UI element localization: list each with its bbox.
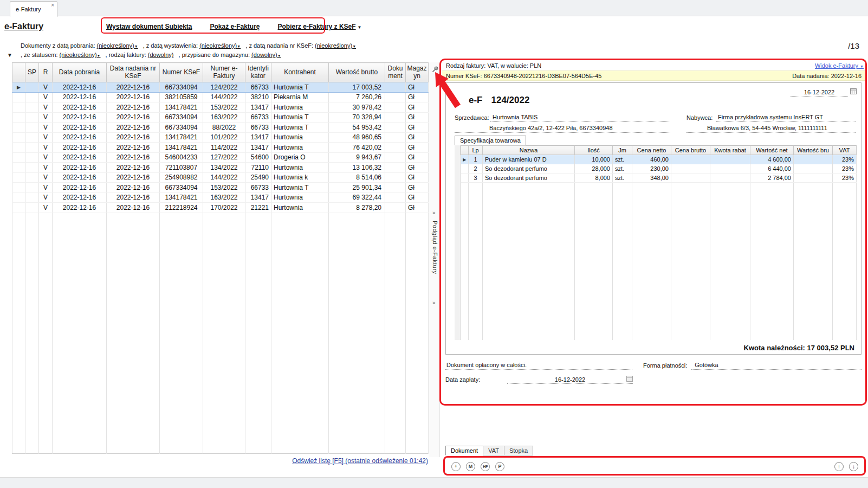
column-nazwa[interactable]: Nazwa bbox=[483, 146, 575, 155]
table-cell[interactable]: 2022-12-16 bbox=[107, 163, 160, 173]
table-cell[interactable]: 134178421 bbox=[160, 132, 203, 143]
column-sp[interactable]: SP bbox=[25, 63, 39, 82]
table-cell[interactable]: V bbox=[39, 102, 53, 113]
column-cena-netto[interactable]: Cena netto bbox=[632, 146, 671, 155]
chevron-down-icon[interactable]: ▼ bbox=[352, 44, 356, 48]
table-cell[interactable]: 382105859 bbox=[160, 92, 203, 102]
table-cell[interactable] bbox=[12, 203, 25, 213]
table-cell[interactable] bbox=[25, 192, 39, 203]
table-cell[interactable] bbox=[671, 155, 710, 164]
p-toggle-icon[interactable]: P bbox=[495, 462, 504, 471]
table-cell[interactable]: 30 978,42 bbox=[329, 102, 385, 113]
table-cell[interactable]: 66733 bbox=[245, 123, 271, 133]
table-row[interactable]: V2022-12-162022-12-16212218924170/202221… bbox=[12, 203, 429, 213]
table-cell[interactable]: V bbox=[39, 172, 53, 183]
table-cell[interactable]: ▶ bbox=[12, 82, 25, 93]
table-cell[interactable] bbox=[710, 164, 750, 174]
table-cell[interactable]: 134178421 bbox=[160, 192, 203, 203]
table-cell[interactable]: 2022-12-16 bbox=[107, 82, 160, 93]
table-row[interactable]: V2022-12-162022-12-16134178421114/202213… bbox=[12, 143, 429, 153]
table-cell[interactable]: 48 960,65 bbox=[329, 132, 385, 143]
column-lp[interactable]: Lp bbox=[469, 146, 483, 155]
column-numer-efaktury[interactable]: Numer e-Faktury bbox=[203, 63, 245, 82]
table-cell[interactable]: 134178421 bbox=[160, 102, 203, 113]
tab-e-faktury[interactable]: e-Faktury × bbox=[10, 1, 57, 17]
table-row[interactable]: V2022-12-162022-12-16667334094163/202266… bbox=[12, 112, 429, 123]
table-cell[interactable]: 2022-12-16 bbox=[107, 92, 160, 102]
table-cell[interactable]: 2022-12-16 bbox=[53, 152, 107, 163]
table-cell[interactable]: 153/2022 bbox=[203, 102, 245, 113]
table-cell[interactable]: 8 278,20 bbox=[329, 203, 385, 213]
table-cell[interactable]: So dezodorant perfumo bbox=[483, 164, 575, 174]
table-row[interactable]: V2022-12-162022-12-16667334094153/202266… bbox=[12, 183, 429, 193]
table-cell[interactable]: Gł bbox=[406, 203, 429, 213]
table-cell[interactable]: 8 514,06 bbox=[329, 172, 385, 183]
table-cell[interactable] bbox=[385, 132, 406, 143]
column-r[interactable]: R bbox=[39, 63, 53, 82]
table-cell[interactable] bbox=[385, 203, 406, 213]
table-cell[interactable]: Gł bbox=[406, 143, 429, 153]
column-kontrahent[interactable]: Kontrahent bbox=[271, 63, 329, 82]
table-cell[interactable]: Hurtownia bbox=[271, 102, 329, 113]
column-wartosc-brutto[interactable]: Wartość brutto bbox=[329, 63, 385, 82]
table-cell[interactable]: 38210 bbox=[245, 92, 271, 102]
filter-magazyn[interactable]: (dowolny)▼ bbox=[251, 52, 281, 58]
table-cell[interactable]: Gł bbox=[406, 82, 429, 93]
table-cell[interactable]: 66733 bbox=[245, 183, 271, 193]
filter-funnel-icon[interactable]: ▼ bbox=[7, 52, 12, 58]
pobierz-efaktury-button[interactable]: Pobierz e-Faktury z KSeF▼ bbox=[278, 23, 362, 30]
table-cell[interactable]: 13417 bbox=[245, 132, 271, 143]
table-cell[interactable]: 163/2022 bbox=[203, 112, 245, 123]
table-cell[interactable] bbox=[12, 192, 25, 203]
table-row[interactable]: V2022-12-162022-12-16546004233127/202254… bbox=[12, 152, 429, 163]
table-cell[interactable]: 4 600,00 bbox=[750, 155, 794, 164]
table-cell[interactable] bbox=[25, 163, 39, 173]
table-cell[interactable]: 2022-12-16 bbox=[107, 172, 160, 183]
table-cell[interactable]: 127/2022 bbox=[203, 152, 245, 163]
table-cell[interactable]: V bbox=[39, 92, 53, 102]
pin-icon[interactable] bbox=[431, 66, 439, 75]
widok-efaktury-link[interactable]: Widok e-Faktury ▼ bbox=[815, 62, 864, 69]
table-row[interactable]: ▶V2022-12-162022-12-16667334094124/20226… bbox=[12, 82, 429, 93]
table-cell[interactable]: 2022-12-16 bbox=[53, 112, 107, 123]
table-cell[interactable] bbox=[461, 174, 469, 183]
table-cell[interactable]: 153/2022 bbox=[203, 183, 245, 193]
table-cell[interactable] bbox=[385, 163, 406, 173]
table-cell[interactable]: 2022-12-16 bbox=[53, 163, 107, 173]
table-cell[interactable]: 69 322,44 bbox=[329, 192, 385, 203]
table-cell[interactable]: V bbox=[39, 82, 53, 93]
table-cell[interactable]: So dezodorant perfumo bbox=[483, 174, 575, 183]
table-cell[interactable] bbox=[671, 164, 710, 174]
preview-collapse-strip[interactable]: » Podgląd e-Faktury » bbox=[430, 62, 440, 457]
table-cell[interactable]: 2022-12-16 bbox=[53, 183, 107, 193]
table-cell[interactable] bbox=[794, 164, 833, 174]
table-cell[interactable]: 546004233 bbox=[160, 152, 203, 163]
table-cell[interactable] bbox=[25, 172, 39, 183]
table-cell[interactable]: 25 901,34 bbox=[329, 183, 385, 193]
table-cell[interactable]: Hurtownia bbox=[271, 203, 329, 213]
table-cell[interactable]: 460,00 bbox=[632, 155, 671, 164]
refresh-list-link[interactable]: Odśwież listę [F5] (ostatnie odświeżenie… bbox=[12, 457, 428, 465]
table-cell[interactable] bbox=[12, 163, 25, 173]
table-cell[interactable]: 667334094 bbox=[160, 183, 203, 193]
table-cell[interactable]: 88/2022 bbox=[203, 123, 245, 133]
table-cell[interactable]: 2022-12-16 bbox=[107, 192, 160, 203]
table-cell[interactable]: 6 440,00 bbox=[750, 164, 794, 174]
table-cell[interactable]: 101/2022 bbox=[203, 132, 245, 143]
table-cell[interactable]: szt. bbox=[613, 155, 632, 164]
column-cena-brutto[interactable]: Cena brutto bbox=[671, 146, 710, 155]
table-row[interactable]: 3So dezodorant perfumo8,000szt.348,002 7… bbox=[461, 174, 857, 183]
filter-data-wystawienia[interactable]: (nieokreślony)▼ bbox=[199, 42, 241, 49]
table-cell[interactable]: 9 943,67 bbox=[329, 152, 385, 163]
filter-data-nadania[interactable]: (nieokreślony)▼ bbox=[315, 42, 356, 49]
table-cell[interactable]: 2 bbox=[469, 164, 483, 174]
table-cell[interactable] bbox=[385, 172, 406, 183]
table-cell[interactable]: Gł bbox=[406, 112, 429, 123]
table-cell[interactable]: 54600 bbox=[245, 152, 271, 163]
table-cell[interactable]: 8,000 bbox=[575, 174, 613, 183]
table-cell[interactable]: Gł bbox=[406, 92, 429, 102]
table-cell[interactable] bbox=[794, 155, 833, 164]
table-cell[interactable]: 114/2022 bbox=[203, 143, 245, 153]
table-cell[interactable]: Hurtownia k bbox=[271, 172, 329, 183]
table-cell[interactable] bbox=[385, 123, 406, 133]
